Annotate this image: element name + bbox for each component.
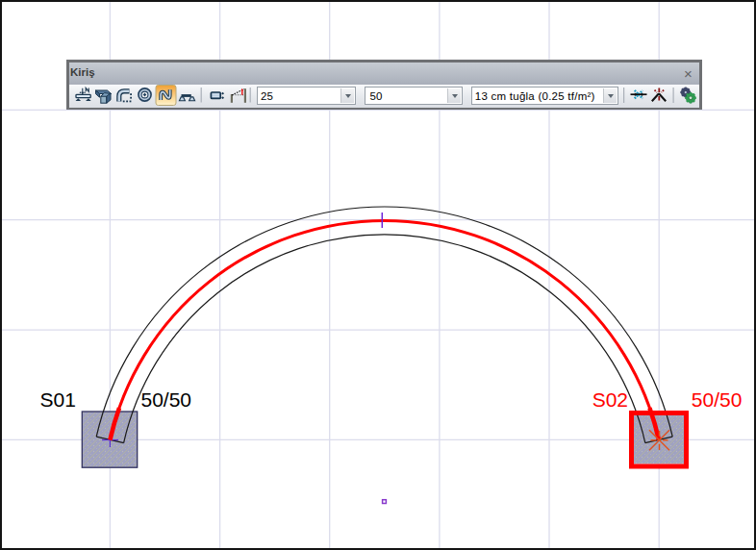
svg-text:S01: S01 <box>40 388 76 411</box>
svg-text:50/50: 50/50 <box>141 388 192 411</box>
svg-text:S02: S02 <box>592 388 628 411</box>
svg-text:50/50: 50/50 <box>692 388 743 411</box>
